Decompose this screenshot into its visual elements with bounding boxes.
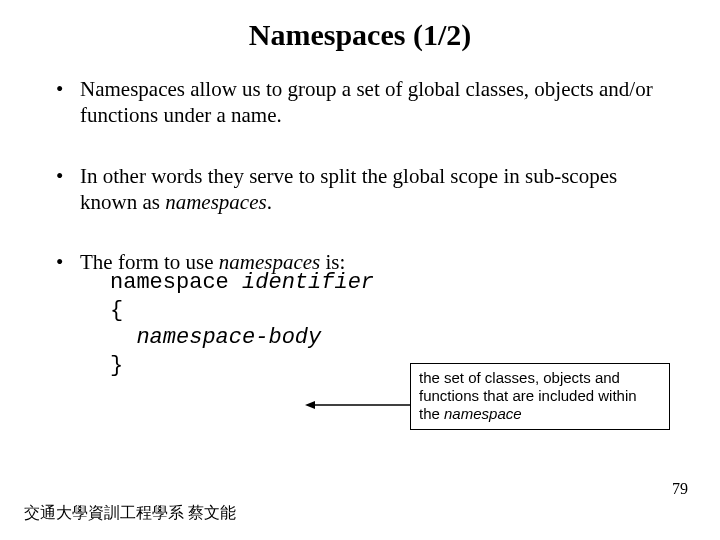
bullet-2-text-b: namespaces bbox=[165, 190, 266, 214]
slide: Namespaces (1/2) Namespaces allow us to … bbox=[0, 0, 720, 540]
bullet-1: Namespaces allow us to group a set of gl… bbox=[50, 76, 670, 129]
code-l3b: namespace-body bbox=[136, 325, 321, 350]
svg-marker-1 bbox=[305, 401, 315, 409]
callout-box: the set of classes, objects and function… bbox=[410, 363, 670, 430]
bullet-2-text-a: In other words they serve to split the g… bbox=[80, 164, 617, 214]
code-l3a bbox=[110, 325, 136, 350]
callout-text-b: namespace bbox=[444, 405, 522, 422]
bullet-3: The form to use namespaces is: namespace… bbox=[50, 249, 670, 379]
page-number: 79 bbox=[672, 480, 688, 498]
callout: the set of classes, objects and function… bbox=[410, 363, 670, 430]
arrow-icon bbox=[305, 400, 410, 410]
bullet-1-text: Namespaces allow us to group a set of gl… bbox=[80, 77, 653, 127]
footer-text: 交通大學資訓工程學系 蔡文能 bbox=[24, 503, 236, 524]
slide-content: Namespaces allow us to group a set of gl… bbox=[0, 62, 720, 379]
code-l1b: identifier bbox=[242, 270, 374, 295]
bullet-list: Namespaces allow us to group a set of gl… bbox=[50, 76, 670, 379]
slide-title: Namespaces (1/2) bbox=[0, 0, 720, 62]
bullet-2-text-c: . bbox=[267, 190, 272, 214]
code-l1a: namespace bbox=[110, 270, 242, 295]
code-l2: { bbox=[110, 298, 123, 323]
bullet-2: In other words they serve to split the g… bbox=[50, 163, 670, 216]
code-l4: } bbox=[110, 353, 123, 378]
